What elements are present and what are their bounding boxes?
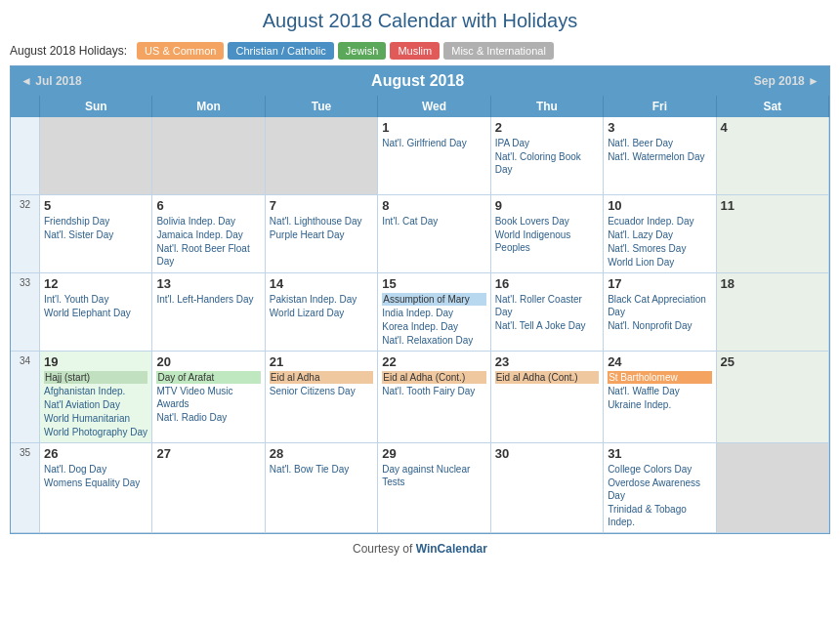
badge-misc[interactable]: Misc & International xyxy=(443,42,554,60)
cell-aug-10: 10 Ecuador Indep. Day Nat'l. Lazy Day Na… xyxy=(604,195,716,273)
cell-aug-29: 29 Day against Nuclear Tests xyxy=(378,443,490,533)
days-header: Sun Mon Tue Wed Thu Fri Sat xyxy=(11,96,829,117)
cell-aug-11: 11 xyxy=(717,195,829,273)
cal-header: ◄ Jul 2018 August 2018 Sep 2018 ► xyxy=(11,66,829,96)
prev-month-nav[interactable]: ◄ Jul 2018 xyxy=(21,74,82,88)
day-sat: Sat xyxy=(717,96,829,117)
day-wed: Wed xyxy=(378,96,490,117)
cell-aug-12: 12 Int'l. Youth Day World Elephant Day xyxy=(40,273,152,352)
cell-aug-30: 30 xyxy=(491,443,604,533)
cell-aug-19: 19 Hajj (start) Afghanistan Indep. Nat'l… xyxy=(40,352,152,443)
week-num-35: 35 xyxy=(11,443,40,533)
cell-aug-1: 1 Nat'l. Girlfriend Day xyxy=(378,117,490,195)
cell-empty-2 xyxy=(152,117,265,195)
cell-empty-3 xyxy=(266,117,378,195)
cell-aug-15: 15 Assumption of Mary India Indep. Day K… xyxy=(378,273,490,352)
cell-aug-16: 16 Nat'l. Roller Coaster Day Nat'l. Tell… xyxy=(491,273,604,352)
week-num-32: 32 xyxy=(11,195,40,273)
cell-aug-9: 9 Book Lovers Day World Indigenous Peopl… xyxy=(491,195,604,273)
week-num-33: 33 xyxy=(11,273,40,352)
cell-aug-25: 25 xyxy=(717,352,829,443)
cell-aug-8: 8 Int'l. Cat Day xyxy=(378,195,490,273)
cell-aug-18: 18 xyxy=(717,273,829,352)
cell-aug-14: 14 Pakistan Indep. Day World Lizard Day xyxy=(266,273,378,352)
cell-aug-20: 20 Day of Arafat MTV Video Music Awards … xyxy=(152,352,265,443)
day-tue: Tue xyxy=(266,96,378,117)
cell-aug-3: 3 Nat'l. Beer Day Nat'l. Watermelon Day xyxy=(604,117,716,195)
holidays-bar: August 2018 Holidays: US & Common Christ… xyxy=(10,42,830,60)
cell-empty-1 xyxy=(40,117,152,195)
day-mon: Mon xyxy=(152,96,265,117)
day-thu: Thu xyxy=(491,96,604,117)
month-title: August 2018 xyxy=(371,72,464,90)
badge-muslim[interactable]: Muslim xyxy=(390,42,440,60)
calendar-body: 1 Nat'l. Girlfriend Day 2 IPA Day Nat'l.… xyxy=(11,117,829,533)
cell-sep-empty xyxy=(717,443,829,533)
day-sun: Sun xyxy=(40,96,152,117)
holidays-label: August 2018 Holidays: xyxy=(10,44,127,58)
day-fri: Fri xyxy=(604,96,716,117)
cell-aug-28: 28 Nat'l. Bow Tie Day xyxy=(266,443,378,533)
cell-aug-13: 13 Int'l. Left-Handers Day xyxy=(152,273,265,352)
cell-aug-2: 2 IPA Day Nat'l. Coloring Book Day xyxy=(491,117,604,195)
week-num-1 xyxy=(11,117,40,195)
week-num-header xyxy=(11,96,40,117)
cell-aug-27: 27 xyxy=(152,443,265,533)
cell-aug-26: 26 Nat'l. Dog Day Womens Equality Day xyxy=(40,443,152,533)
footer: Courtesy of WinCalendar xyxy=(10,542,830,556)
cell-aug-22: 22 Eid al Adha (Cont.) Nat'l. Tooth Fair… xyxy=(378,352,490,443)
cell-aug-24: 24 St Bartholomew Nat'l. Waffle Day Ukra… xyxy=(604,352,716,443)
cell-aug-21: 21 Eid al Adha Senior Citizens Day xyxy=(266,352,378,443)
footer-brand: WinCalendar xyxy=(416,542,487,556)
next-month-nav[interactable]: Sep 2018 ► xyxy=(754,74,819,88)
cell-aug-17: 17 Black Cat Appreciation Day Nat'l. Non… xyxy=(604,273,716,352)
badge-us-common[interactable]: US & Common xyxy=(137,42,224,60)
page-title: August 2018 Calendar with Holidays xyxy=(10,10,830,32)
cell-aug-5: 5 Friendship Day Nat'l. Sister Day xyxy=(40,195,152,273)
cell-aug-6: 6 Bolivia Indep. Day Jamaica Indep. Day … xyxy=(152,195,265,273)
cell-aug-31: 31 College Colors Day Overdose Awareness… xyxy=(604,443,716,533)
badge-christian[interactable]: Christian / Catholic xyxy=(228,42,333,60)
week-num-34: 34 xyxy=(11,352,40,443)
cell-aug-7: 7 Nat'l. Lighthouse Day Purple Heart Day xyxy=(266,195,378,273)
cell-aug-23: 23 Eid al Adha (Cont.) xyxy=(491,352,604,443)
calendar: ◄ Jul 2018 August 2018 Sep 2018 ► Sun Mo… xyxy=(10,65,830,534)
cell-aug-4: 4 xyxy=(717,117,829,195)
badge-jewish[interactable]: Jewish xyxy=(338,42,387,60)
